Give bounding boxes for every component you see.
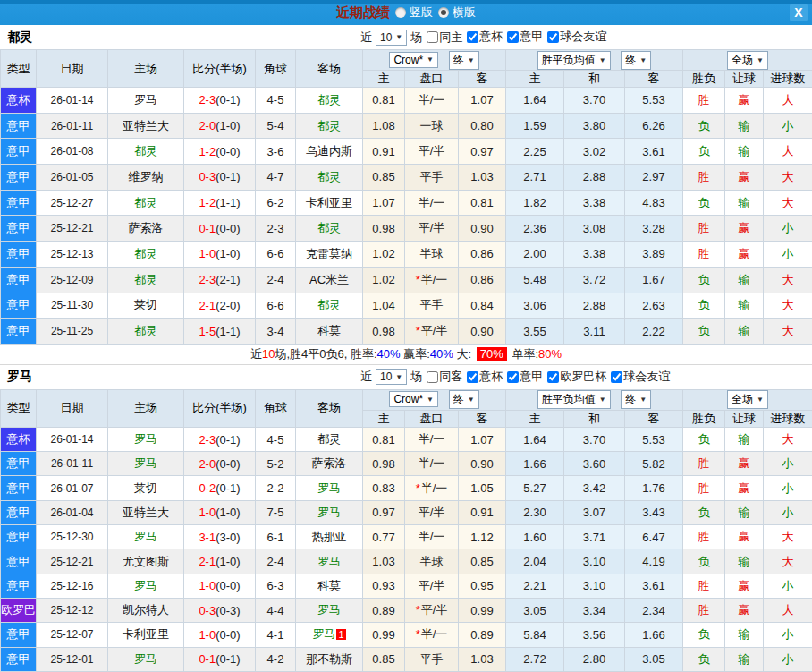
match-count-select[interactable]: 10▼ xyxy=(376,30,407,46)
col-let: 让球 xyxy=(725,410,764,427)
result-group-header: 全场▼ xyxy=(683,50,812,71)
odds-stage-select[interactable]: 终▼ xyxy=(449,390,479,409)
summary-part: 40% xyxy=(430,347,453,361)
home-odds: 0.98 xyxy=(363,452,405,476)
team-name: 科莫 xyxy=(317,324,341,337)
match-count-value: 10 xyxy=(380,370,392,383)
team-name: 都灵 xyxy=(317,298,341,311)
result-wdl: 胜 xyxy=(683,88,725,114)
handicap-value: 半/一 xyxy=(419,93,445,106)
match-date: 25-12-21 xyxy=(37,549,108,574)
team-name: 莱切 xyxy=(134,481,157,495)
avg-stage-select[interactable]: 终▼ xyxy=(621,51,651,70)
scope-select[interactable]: 全场▼ xyxy=(727,390,768,409)
handicap-value: 半/一 xyxy=(421,273,448,286)
handicap-line: *半/一 xyxy=(405,267,459,293)
avg-home-odds: 2.00 xyxy=(506,242,564,268)
result-goals: 大 xyxy=(764,549,812,574)
final-score: 2-0 xyxy=(199,457,216,471)
avg-type-select[interactable]: 胜平负均值▼ xyxy=(537,390,611,409)
match-date: 25-12-09 xyxy=(37,267,108,293)
competition-label: 球会友谊 xyxy=(560,29,606,45)
away-team: 卡利亚里 xyxy=(296,190,363,216)
layout-radio-horizontal[interactable]: 横版 xyxy=(438,4,476,21)
layout-radio-vertical[interactable]: 竖版 xyxy=(395,4,433,21)
home-odds: 0.83 xyxy=(363,476,405,500)
competition-checkbox[interactable] xyxy=(547,31,559,43)
competition-filters: 意杯意甲欧罗巴杯球会友谊 xyxy=(462,369,670,386)
away-team: 都灵 xyxy=(296,427,363,451)
summary-part: 40% xyxy=(377,347,401,361)
competition-checkbox[interactable] xyxy=(507,371,519,383)
scope-select[interactable]: 全场▼ xyxy=(727,51,768,70)
odds-stage-select[interactable]: 终▼ xyxy=(449,51,479,70)
match-count-value: 10 xyxy=(380,31,392,44)
team-name: 凯尔特人 xyxy=(123,603,169,617)
home-team: 罗马 xyxy=(108,647,184,671)
bookmaker-value: Crow* xyxy=(393,393,423,405)
same-venue-checkbox[interactable] xyxy=(427,31,438,43)
competition-checkbox[interactable] xyxy=(611,371,622,383)
competition-filter: 意杯 xyxy=(462,369,503,385)
avg-away-odds: 3.89 xyxy=(625,242,683,268)
team-name: 都灵 xyxy=(134,247,157,260)
match-count-select[interactable]: 10▼ xyxy=(376,369,407,385)
avg-stage-value: 终 xyxy=(625,392,636,407)
result-goals: 小 xyxy=(764,113,812,139)
result-handicap: 赢 xyxy=(725,476,764,500)
half-score: (1-0) xyxy=(216,506,240,519)
home-team: 亚特兰大 xyxy=(108,113,184,139)
score: 2-0(1-0) xyxy=(184,113,256,139)
competition-checkbox[interactable] xyxy=(547,371,559,383)
competition-badge: 意杯 xyxy=(1,427,37,451)
competition-checkbox[interactable] xyxy=(507,31,519,43)
competition-badge: 意甲 xyxy=(1,500,37,524)
avg-home-odds: 2.71 xyxy=(506,165,564,191)
handicap-line: 半/一 xyxy=(405,427,459,451)
competition-label: 意杯 xyxy=(479,369,503,385)
col-avg-draw: 和 xyxy=(564,410,625,427)
match-date: 26-01-14 xyxy=(37,427,108,451)
chevron-down-icon: ▼ xyxy=(395,33,402,41)
competition-badge: 意甲 xyxy=(1,319,37,345)
result-wdl: 负 xyxy=(683,293,725,319)
bookmaker-select[interactable]: Crow*▼ xyxy=(389,52,438,68)
match-date: 26-01-04 xyxy=(37,500,108,524)
competition-label: 意甲 xyxy=(520,369,543,385)
team-name: 都灵 xyxy=(317,170,341,183)
radio-unchecked-icon[interactable] xyxy=(395,7,406,18)
col-score: 比分(半场) xyxy=(184,389,256,427)
result-wdl: 胜 xyxy=(683,476,725,500)
away-team: 都灵 xyxy=(296,293,363,319)
avg-type-select[interactable]: 胜平负均值▼ xyxy=(537,51,611,70)
changed-line-marker: * xyxy=(416,481,420,495)
result-wdl: 负 xyxy=(683,113,725,139)
team-name: 都灵 xyxy=(7,30,32,46)
competition-label: 意杯 xyxy=(479,29,503,45)
bookmaker-select[interactable]: Crow*▼ xyxy=(389,391,438,407)
away-team: 科莫 xyxy=(296,574,363,598)
competition-checkbox[interactable] xyxy=(467,31,478,43)
home-odds: 1.07 xyxy=(363,190,405,216)
radio-checked-icon[interactable] xyxy=(438,7,449,18)
home-team: 凯尔特人 xyxy=(108,598,184,622)
col-odds-away: 客 xyxy=(459,71,506,88)
result-wdl: 胜 xyxy=(683,598,725,622)
avg-stage-select[interactable]: 终▼ xyxy=(621,390,651,409)
result-handicap: 输 xyxy=(725,623,764,647)
competition-checkbox[interactable] xyxy=(467,371,478,383)
home-team: 都灵 xyxy=(108,139,184,165)
same-venue-checkbox[interactable] xyxy=(427,371,438,383)
score: 1-2(0-0) xyxy=(184,139,256,165)
competition-filter: 球会友谊 xyxy=(606,369,670,385)
half-score: (0-1) xyxy=(216,93,240,106)
result-handicap: 输 xyxy=(725,647,764,671)
final-score: 2-3 xyxy=(199,273,216,286)
final-score: 2-1 xyxy=(199,299,216,312)
corners: 2-4 xyxy=(256,549,296,574)
match-row: 意杯26-01-14罗马2-3(0-1)4-5都灵0.81半/一1.071.64… xyxy=(1,427,812,451)
close-icon[interactable]: X xyxy=(790,4,808,21)
handicap-value: 平手 xyxy=(420,298,444,311)
result-handicap: 输 xyxy=(725,549,764,574)
score: 0-3(0-1) xyxy=(184,165,256,191)
